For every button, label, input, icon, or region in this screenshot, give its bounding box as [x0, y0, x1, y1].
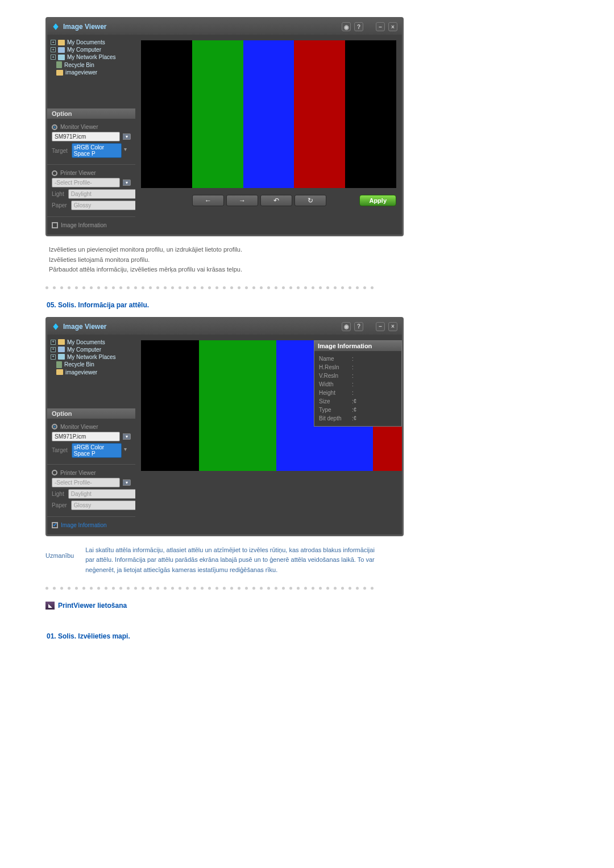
folder-tree[interactable]: +My Documents +My Computer +My Network P… — [47, 335, 135, 408]
computer-icon — [58, 47, 65, 53]
printer-profile-input[interactable] — [52, 478, 120, 487]
tree-item[interactable]: +My Documents — [51, 39, 132, 45]
tree-item[interactable]: +My Computer — [51, 347, 132, 353]
paper-label: Paper — [52, 202, 67, 208]
folder-tree[interactable]: +My Documents +My Computer +My Network P… — [47, 35, 135, 108]
close-icon[interactable]: × — [388, 322, 397, 331]
dropdown-icon[interactable]: ▾ — [123, 479, 131, 486]
image-viewer-window-2: Image Viewer ◉ ? – × +My Documents +My C… — [45, 317, 404, 536]
minimize-icon[interactable]: – — [376, 22, 385, 31]
recycle-icon — [56, 361, 62, 368]
main-preview-area: Image Information Name: H.Resln: V.Resln… — [135, 335, 402, 535]
dropdown-icon[interactable]: ▾ — [124, 446, 131, 455]
tree-item[interactable]: imageviewer — [56, 69, 132, 76]
network-icon — [58, 55, 65, 60]
printer-viewer-radio[interactable] — [52, 170, 57, 176]
computer-icon — [58, 347, 65, 352]
monitor-profile-input[interactable] — [52, 432, 120, 441]
info-hres: H.Resln — [319, 363, 352, 372]
network-icon — [58, 354, 65, 360]
info-bitdepth-val: ¢ — [354, 414, 357, 423]
sidebar: +My Documents +My Computer +My Network P… — [47, 335, 135, 535]
image-info-group: ✔Image Information — [47, 517, 135, 535]
titlebar: Image Viewer ◉ ? – × — [47, 319, 402, 335]
tree-item[interactable]: +My Network Places — [51, 354, 132, 360]
image-info-label: Image Information — [61, 222, 107, 228]
monitor-viewer-label: Monitor Viewer — [60, 424, 98, 430]
rotate-left-button[interactable]: ↶ — [260, 195, 292, 206]
recycle-icon — [56, 61, 62, 68]
image-preview: Image Information Name: H.Resln: V.Resln… — [141, 340, 402, 471]
printer-profile-input[interactable] — [52, 178, 120, 187]
separator — [45, 587, 569, 590]
settings-icon[interactable]: ◉ — [342, 22, 351, 31]
doc-paragraph: Izvēlieties lietojamā monitora profilu. — [49, 255, 569, 265]
image-info-checkbox[interactable]: ✔ — [52, 522, 58, 528]
printer-viewer-radio[interactable] — [52, 470, 57, 475]
info-width: Width — [319, 380, 352, 389]
image-info-group: Image Information — [47, 217, 135, 235]
bottom-toolbar: ← → ↶ ↻ Apply — [135, 188, 402, 212]
step-01-title: 01. Solis. Izvēlieties mapi. — [47, 632, 569, 640]
target-value-chip[interactable]: sRGB Color Space P — [72, 443, 122, 458]
doc-paragraph: Pārbaudot attēla informāciju, izvēlietie… — [49, 265, 569, 275]
image-info-label: Image Information — [61, 522, 107, 528]
option-header: Option — [47, 108, 135, 119]
tree-label: My Documents — [67, 39, 105, 45]
dropdown-icon[interactable]: ▾ — [123, 133, 131, 140]
monitor-viewer-group: Monitor Viewer ▾ Target sRGB Color Space… — [47, 419, 135, 465]
printer-viewer-label: Printer Viewer — [60, 170, 96, 176]
info-vres: V.Resln — [319, 372, 352, 380]
tree-label: My Computer — [67, 347, 101, 353]
image-preview — [141, 40, 396, 188]
tree-label: My Computer — [67, 47, 101, 53]
target-value-chip[interactable]: sRGB Color Space P — [72, 143, 122, 158]
doc-paragraph: Izvēlieties un pievienojiet monitora pro… — [49, 245, 569, 255]
folder-icon — [56, 70, 63, 76]
rotate-right-button[interactable]: ↻ — [294, 195, 326, 206]
monitor-viewer-radio[interactable] — [52, 124, 57, 130]
tree-label: Recycle Bin — [64, 62, 94, 68]
light-input[interactable] — [68, 189, 146, 199]
tree-item[interactable]: +My Network Places — [51, 54, 132, 60]
close-icon[interactable]: × — [388, 22, 397, 31]
next-button[interactable]: → — [226, 195, 258, 206]
apply-button[interactable]: Apply — [359, 195, 396, 206]
image-info-checkbox[interactable] — [52, 222, 58, 228]
target-label: Target — [52, 447, 68, 453]
tree-label: Recycle Bin — [64, 361, 94, 368]
dropdown-icon[interactable]: ▾ — [124, 146, 131, 155]
help-icon[interactable]: ? — [354, 322, 363, 331]
tree-label: My Documents — [67, 339, 105, 345]
info-height: Height — [319, 389, 352, 397]
prev-button[interactable]: ← — [192, 195, 224, 206]
tree-item[interactable]: imageviewer — [56, 369, 132, 375]
monitor-viewer-group: Monitor Viewer ▾ Target sRGB Color Space… — [47, 119, 135, 165]
dropdown-icon[interactable]: ▾ — [123, 180, 131, 186]
target-label: Target — [52, 148, 68, 154]
monitor-viewer-radio[interactable] — [52, 424, 57, 429]
help-icon[interactable]: ? — [354, 22, 363, 31]
dropdown-icon[interactable]: ▾ — [123, 433, 131, 440]
step-05-title: 05. Solis. Informācija par attēlu. — [47, 301, 569, 309]
light-input[interactable] — [68, 489, 146, 499]
notice-label: Uzmanību — [45, 545, 74, 559]
tree-item[interactable]: +My Computer — [51, 47, 132, 53]
settings-icon[interactable]: ◉ — [342, 322, 351, 331]
monitor-profile-input[interactable] — [52, 132, 120, 141]
info-bitdepth: Bit depth — [319, 414, 352, 423]
tree-item[interactable]: +My Documents — [51, 339, 132, 345]
main-preview-area: ← → ↶ ↻ Apply — [135, 35, 402, 235]
minimize-icon[interactable]: – — [376, 322, 385, 331]
tree-label: imageviewer — [65, 369, 97, 375]
tree-item[interactable]: Recycle Bin — [56, 61, 132, 68]
svg-marker-0 — [53, 23, 58, 30]
info-name: Name — [319, 354, 352, 363]
printviewer-heading: PrintViewer lietošana — [58, 602, 127, 610]
folder-icon — [56, 369, 63, 375]
notice-text: Lai skatītu attēla informāciju, atlasiet… — [85, 545, 381, 575]
tree-item[interactable]: Recycle Bin — [56, 361, 132, 368]
notice-block: Uzmanību Lai skatītu attēla informāciju,… — [45, 545, 569, 575]
info-size-val: ¢ — [354, 397, 357, 406]
svg-marker-1 — [53, 323, 58, 330]
